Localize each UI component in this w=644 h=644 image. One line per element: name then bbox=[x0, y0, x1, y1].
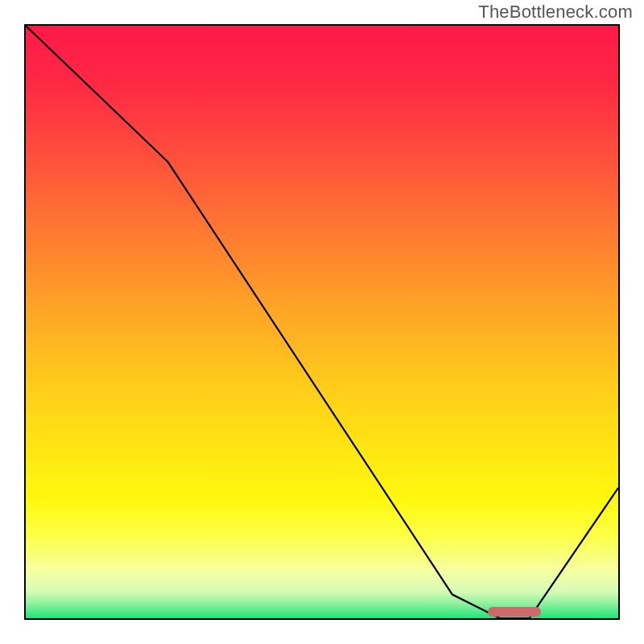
svg-rect-0 bbox=[26, 26, 618, 618]
plot-area bbox=[24, 24, 620, 620]
optimal-range-marker bbox=[488, 607, 541, 617]
heatmap-gradient-bg bbox=[26, 26, 618, 618]
watermark-text: TheBottleneck.com bbox=[478, 2, 633, 23]
